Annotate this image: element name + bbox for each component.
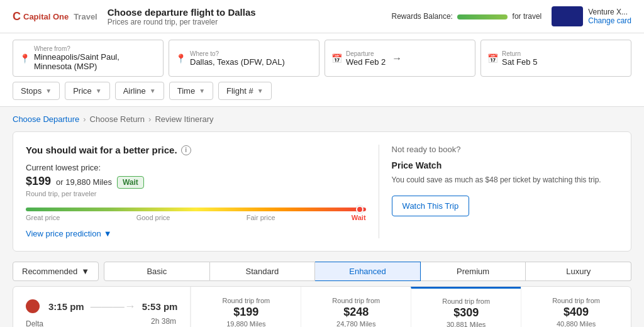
price-filter[interactable]: Price ▼ — [65, 82, 110, 100]
chevron-down-icon: ▼ — [104, 229, 112, 238]
change-card-button[interactable]: Change card — [588, 16, 631, 25]
current-lowest-label: Current lowest price: — [26, 163, 101, 172]
wait-badge: Wait — [117, 176, 144, 189]
price-bar-container: Great price Good price Fair price Wait — [26, 208, 366, 221]
card-name: Venture X... — [588, 8, 631, 16]
watch-trip-button[interactable]: Watch This Trip — [392, 196, 470, 216]
flight-duration: 2h 38m Nonstop — [150, 317, 178, 327]
fare-option-comfort[interactable]: Round trip from $309 30,881 Miles Comfor… — [411, 287, 521, 327]
recommended-button[interactable]: Recommended ▼ — [13, 262, 99, 281]
flight-number-filter[interactable]: Flight # ▼ — [218, 82, 272, 100]
breadcrumb-step-2[interactable]: Choose Return — [90, 114, 145, 124]
main-content: You should wait for a better price. i Cu… — [0, 131, 644, 327]
fare-1-label: Round trip from — [332, 297, 380, 304]
rewards-balance: Rewards Balance: for travel — [392, 12, 542, 21]
rewards-bar — [457, 14, 508, 19]
flight-number-caret: ▼ — [257, 87, 264, 94]
price-bar — [26, 208, 366, 211]
tab-enhanced[interactable]: Enhanced — [315, 262, 421, 281]
to-label: Where to? — [190, 50, 285, 57]
breadcrumb: Choose Departure › Choose Return › Revie… — [0, 107, 644, 131]
flight-info: 3:15 pm ———→ 5:53 pm Delta MSP - DFW 2h … — [13, 287, 191, 327]
price-right-panel: Not ready to book? Price Watch You could… — [379, 145, 618, 238]
logo-icon: C — [13, 10, 21, 23]
tab-premium[interactable]: Premium — [421, 262, 526, 281]
info-icon[interactable]: i — [181, 145, 191, 155]
fare-1-price: $248 — [343, 306, 369, 319]
airline-name: Delta — [26, 319, 66, 327]
location-icon: 📍 — [19, 53, 30, 64]
flight-results-card: 3:15 pm ———→ 5:53 pm Delta MSP - DFW 2h … — [13, 286, 631, 327]
bar-label-wait: Wait — [352, 214, 366, 221]
duration-text: 2h 38m — [150, 317, 178, 326]
fare-2-label: Round trip from — [442, 297, 490, 305]
to-field[interactable]: 📍 Where to? Dallas, Texas (DFW, DAL) — [169, 40, 319, 77]
bar-label-fair: Fair price — [247, 214, 275, 221]
fare-0-label: Round trip from — [222, 297, 270, 304]
from-field-content: Where from? Minneapolis/Saint Paul, Minn… — [34, 45, 157, 71]
stops-label: Stops — [21, 86, 42, 96]
fare-option-basic[interactable]: Round trip from $199 19,880 Miles Basic — [191, 287, 301, 327]
wait-message: You should wait for a better price. i — [26, 145, 366, 155]
price-row: $199 or 19,880 Miles Wait — [26, 175, 366, 189]
price-label: Price — [73, 86, 92, 96]
from-value: Minneapolis/Saint Paul, Minnesota (MSP) — [34, 52, 119, 71]
not-ready-label: Not ready to book? — [392, 145, 618, 154]
current-miles: or 19,880 Miles — [56, 177, 112, 187]
from-field[interactable]: 📍 Where from? Minneapolis/Saint Paul, Mi… — [13, 40, 164, 77]
from-label: Where from? — [34, 45, 157, 52]
fare-option-first[interactable]: Round trip from $409 40,880 Miles First — [521, 287, 631, 327]
results-header: Recommended ▼ Basic Standard Enhanced Pr… — [13, 262, 631, 281]
fare-2-miles: 30,881 Miles — [447, 321, 486, 327]
fare-3-miles: 40,880 Miles — [557, 320, 596, 328]
tab-standard[interactable]: Standard — [210, 262, 316, 281]
departure-content: Departure Wed Feb 2 — [346, 50, 386, 67]
fare-option-main[interactable]: Round trip from $248 24,780 Miles Main — [301, 287, 411, 327]
recommended-label: Recommended — [22, 267, 77, 276]
departure-field[interactable]: 📅 Departure Wed Feb 2 → — [325, 40, 475, 77]
time-filter[interactable]: Time ▼ — [169, 82, 213, 100]
price-prediction-card: You should wait for a better price. i Cu… — [13, 131, 631, 252]
filter-row: Stops ▼ Price ▼ Airline ▼ Time ▼ Flight … — [13, 82, 631, 100]
depart-time: 3:15 pm — [48, 301, 84, 312]
bar-label-good: Good price — [136, 214, 170, 221]
logo: C Capital One Travel — [13, 10, 97, 23]
to-value: Dallas, Texas (DFW, DAL) — [190, 57, 285, 67]
cabin-tabs: Basic Standard Enhanced Premium Luxury — [104, 262, 631, 281]
stops-filter[interactable]: Stops ▼ — [13, 82, 60, 100]
flight-number-label: Flight # — [226, 86, 253, 96]
to-field-content: Where to? Dallas, Texas (DFW, DAL) — [190, 50, 285, 67]
airline-filter[interactable]: Airline ▼ — [115, 82, 164, 100]
calendar-icon: 📅 — [331, 53, 342, 64]
tab-luxury[interactable]: Luxury — [526, 262, 631, 281]
time-caret: ▼ — [199, 87, 205, 94]
return-calendar-icon: 📅 — [487, 53, 498, 64]
breadcrumb-step-1[interactable]: Choose Departure — [13, 114, 79, 124]
return-field[interactable]: 📅 Return Sat Feb 5 — [480, 40, 631, 77]
price-watch-title: Price Watch — [392, 160, 618, 170]
return-label: Return — [502, 50, 537, 57]
airline-route: Delta MSP - DFW — [26, 317, 66, 327]
fare-options: Round trip from $199 19,880 Miles Basic … — [191, 287, 631, 327]
tab-basic[interactable]: Basic — [104, 262, 210, 281]
view-prediction-link[interactable]: View price prediction ▼ — [26, 229, 366, 238]
price-left-panel: You should wait for a better price. i Cu… — [26, 145, 379, 238]
breadcrumb-sep-2: › — [148, 114, 151, 124]
header-left: C Capital One Travel Choose departure fl… — [13, 7, 256, 26]
table-row: 3:15 pm ———→ 5:53 pm Delta MSP - DFW 2h … — [13, 287, 631, 327]
airline-caret: ▼ — [150, 87, 156, 94]
price-watch-desc: You could save as much as $48 per ticket… — [392, 174, 618, 186]
flight-details: Delta MSP - DFW 2h 38m Nonstop — [26, 317, 177, 327]
delta-logo — [26, 299, 40, 313]
fare-0-miles: 19,880 Miles — [226, 320, 265, 328]
card-info: Venture X... Change card — [552, 6, 631, 26]
current-lowest: Current lowest price: $199 or 19,880 Mil… — [26, 163, 366, 197]
bar-marker — [356, 206, 364, 213]
fare-3-price: $409 — [564, 306, 589, 319]
breadcrumb-sep-1: › — [83, 114, 86, 124]
price-caret: ▼ — [96, 87, 102, 94]
departure-label: Departure — [346, 50, 386, 57]
return-content: Return Sat Feb 5 — [502, 50, 537, 67]
breadcrumb-step-3[interactable]: Review Itinerary — [155, 114, 213, 124]
return-value: Sat Feb 5 — [502, 57, 537, 67]
